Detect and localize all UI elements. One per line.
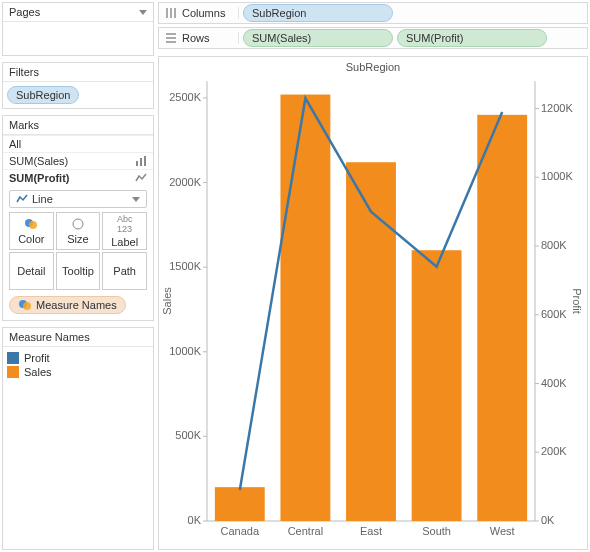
svg-text:200K: 200K xyxy=(541,445,567,457)
detail-button[interactable]: Detail xyxy=(9,252,54,290)
svg-rect-10 xyxy=(174,8,176,18)
legend-swatch xyxy=(7,366,19,378)
svg-text:1000K: 1000K xyxy=(169,345,201,357)
svg-rect-13 xyxy=(166,41,176,43)
svg-rect-0 xyxy=(136,161,138,166)
legend-swatch xyxy=(7,352,19,364)
svg-rect-2 xyxy=(144,156,146,166)
size-button[interactable]: Size xyxy=(56,212,101,250)
size-icon xyxy=(71,217,85,231)
pages-shelf[interactable]: Pages xyxy=(2,2,154,56)
columns-pill-subregion[interactable]: SubRegion xyxy=(243,4,393,22)
filter-pill-subregion[interactable]: SubRegion xyxy=(7,86,79,104)
svg-text:South: South xyxy=(422,525,451,537)
svg-text:1500K: 1500K xyxy=(169,260,201,272)
dropdown-icon[interactable] xyxy=(139,10,147,15)
svg-text:Central: Central xyxy=(288,525,323,537)
svg-text:1200K: 1200K xyxy=(541,102,573,114)
svg-text:1000K: 1000K xyxy=(541,170,573,182)
svg-rect-45 xyxy=(346,162,396,521)
rows-shelf[interactable]: Rows SUM(Sales) SUM(Profit) xyxy=(158,27,588,49)
rows-icon xyxy=(165,32,177,44)
svg-rect-12 xyxy=(166,37,176,39)
marks-all[interactable]: All xyxy=(3,135,153,152)
svg-point-4 xyxy=(29,221,37,229)
svg-rect-44 xyxy=(280,95,330,521)
svg-text:2500K: 2500K xyxy=(169,91,201,103)
label-button[interactable]: Abc123 Label xyxy=(102,212,147,250)
marks-profit[interactable]: SUM(Profit) xyxy=(3,169,153,186)
path-button[interactable]: Path xyxy=(102,252,147,290)
line-icon xyxy=(135,172,147,184)
columns-shelf[interactable]: Columns SubRegion xyxy=(158,2,588,24)
marks-sales[interactable]: SUM(Sales) xyxy=(3,152,153,169)
legend-card: Measure Names Profit Sales xyxy=(2,327,154,550)
color-icon xyxy=(24,217,38,231)
legend-item-profit[interactable]: Profit xyxy=(7,351,149,365)
svg-text:Profit: Profit xyxy=(571,288,583,314)
rows-pill-sales[interactable]: SUM(Sales) xyxy=(243,29,393,47)
legend-title: Measure Names xyxy=(9,331,90,343)
svg-rect-1 xyxy=(140,158,142,166)
svg-point-7 xyxy=(23,302,31,310)
svg-text:West: West xyxy=(490,525,515,537)
legend-item-sales[interactable]: Sales xyxy=(7,365,149,379)
svg-text:0K: 0K xyxy=(541,514,555,526)
svg-text:500K: 500K xyxy=(175,429,201,441)
chart-title: SubRegion xyxy=(159,57,587,75)
svg-text:600K: 600K xyxy=(541,308,567,320)
mark-type-dropdown[interactable]: Line xyxy=(9,190,147,208)
label-icon: Abc123 xyxy=(117,214,133,234)
svg-rect-8 xyxy=(166,8,168,18)
rows-pill-profit[interactable]: SUM(Profit) xyxy=(397,29,547,47)
svg-rect-9 xyxy=(170,8,172,18)
svg-text:400K: 400K xyxy=(541,377,567,389)
tooltip-button[interactable]: Tooltip xyxy=(56,252,101,290)
chart-area[interactable]: SubRegion 0K500K1000K1500K2000K2500K0K20… xyxy=(158,56,588,550)
svg-rect-43 xyxy=(215,487,265,521)
color-button[interactable]: Color xyxy=(9,212,54,250)
line-icon xyxy=(16,193,28,205)
svg-rect-47 xyxy=(477,115,527,521)
columns-icon xyxy=(165,7,177,19)
svg-rect-11 xyxy=(166,33,176,35)
svg-point-5 xyxy=(73,219,83,229)
svg-text:0K: 0K xyxy=(188,514,202,526)
chart-svg: 0K500K1000K1500K2000K2500K0K200K400K600K… xyxy=(159,75,583,549)
chevron-down-icon xyxy=(132,197,140,202)
svg-text:East: East xyxy=(360,525,382,537)
filters-title: Filters xyxy=(9,66,39,78)
filters-shelf[interactable]: Filters SubRegion xyxy=(2,62,154,109)
marks-title: Marks xyxy=(9,119,39,131)
pages-title: Pages xyxy=(9,6,40,18)
marks-card: Marks All SUM(Sales) SUM(Profit) Line Co… xyxy=(2,115,154,321)
svg-text:800K: 800K xyxy=(541,239,567,251)
svg-text:2000K: 2000K xyxy=(169,176,201,188)
bar-icon xyxy=(135,155,147,167)
svg-text:Canada: Canada xyxy=(221,525,260,537)
svg-text:Sales: Sales xyxy=(161,287,173,315)
color-icon xyxy=(18,298,32,312)
svg-rect-46 xyxy=(412,250,462,521)
measure-names-pill[interactable]: Measure Names xyxy=(9,296,126,314)
